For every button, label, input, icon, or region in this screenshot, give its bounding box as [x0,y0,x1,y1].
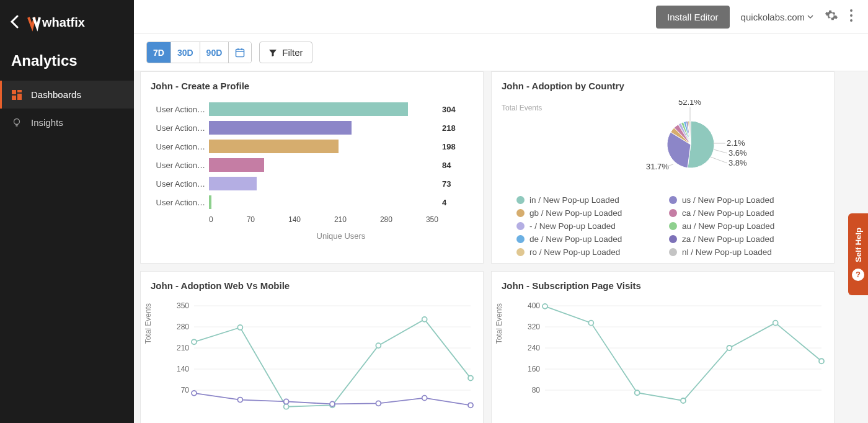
legend-label: in / New Pop-up Loaded [529,195,619,205]
y-tick: 240 [528,344,540,352]
sidebar-item-label: Dashboards [31,89,81,100]
card-title: John - Adoption by Country [502,81,824,91]
legend-swatch [669,196,677,204]
card-subscription-visits: John - Subscription Page Visits Total Ev… [491,271,835,423]
pie-subtitle: Total Events [502,100,570,112]
legend-swatch [516,235,525,243]
line-point [819,358,824,363]
topbar: Install Editor quickolabs.com [134,0,868,34]
line-point [727,345,732,350]
svg-point-6 [850,9,852,12]
range-90d[interactable]: 90D [200,42,229,63]
y-tick: 80 [532,386,541,394]
sidebar-item-dashboards[interactable]: Dashboards [0,81,134,109]
sidebar-item-label: Insights [31,117,63,128]
install-editor-button[interactable]: Install Editor [656,6,730,29]
line-chart: Total Events 80160240320400 [502,300,824,420]
pie-legend: in / New Pop-up Loadedus / New Pop-up Lo… [502,195,824,257]
pie-chart: Total Events 52.1%2.1%3.6%3.8%31.7% in /… [502,100,824,257]
bar-chart: User Action…304User Action…218User Actio… [151,100,473,241]
svg-rect-1 [12,90,16,94]
bar-fill [209,195,211,209]
y-tick: 160 [528,365,540,373]
line-point [635,390,640,395]
y-tick: 350 [177,301,189,310]
filter-label: Filter [282,47,303,58]
line-point [542,304,547,309]
more-menu-icon[interactable] [849,9,853,25]
bar-value: 4 [442,198,446,207]
bar-x-axis: 070140210280350 [209,215,438,224]
bar-value: 73 [442,179,451,189]
line-point [330,401,335,406]
bar-fill [209,121,352,135]
y-axis-label: Total Events [495,303,503,344]
legend-swatch [669,209,677,217]
bar-value: 198 [442,142,456,151]
y-tick: 70 [181,386,190,394]
y-tick: 210 [177,344,189,352]
range-30d[interactable]: 30D [171,42,200,63]
y-tick: 140 [177,365,189,373]
line-point [468,403,473,407]
legend-label: - / New Pop-up Loaded [529,221,616,231]
svg-line-15 [714,149,727,153]
sidebar-title: Analytics [0,47,134,81]
svg-point-7 [850,14,852,17]
bar-row: User Action…304 [209,100,473,118]
svg-rect-3 [17,94,22,100]
bar-fill [209,102,408,116]
legend-swatch [516,196,525,204]
legend-label: gb / New Pop-up Loaded [529,208,622,218]
legend-item: in / New Pop-up Loaded [516,195,657,205]
svg-text:whatfix: whatfix [42,16,85,29]
y-tick: 280 [177,323,189,331]
legend-swatch [516,209,525,217]
svg-rect-2 [17,90,22,92]
bar-label: User Action… [151,105,205,114]
range-custom-date[interactable] [229,42,251,63]
legend-item: - / New Pop-up Loaded [516,221,657,231]
bar-value: 218 [442,123,456,133]
card-adoption-country: John - Adoption by Country Total Events … [491,71,835,264]
bar-row: User Action…218 [209,118,473,137]
legend-swatch [516,222,525,230]
bar-row: User Action…198 [209,137,473,156]
svg-point-5 [14,118,20,124]
line-point [192,339,197,344]
sidebar-item-insights[interactable]: Insights [0,109,134,136]
legend-label: ca / New Pop-up Loaded [682,208,774,218]
pie-svg: 52.1%2.1%3.6%3.8%31.7% [616,100,777,187]
bar-row: User Action…84 [209,156,473,174]
legend-swatch [669,222,677,230]
bar-row: User Action…4 [209,193,473,212]
bar-x-label: Unique Users [209,231,473,241]
line-series [194,319,471,407]
legend-item: ro / New Pop-up Loaded [516,247,657,257]
bar-label: User Action… [151,179,205,189]
domain-selector[interactable]: quickolabs.com [741,12,813,22]
legend-label: au / New Pop-up Loaded [682,221,774,231]
svg-rect-4 [12,96,16,100]
line-point [681,398,686,403]
range-7d[interactable]: 7D [147,42,171,63]
bar-fill [209,140,339,153]
line-chart: Total Events 70140210280350 [151,300,473,420]
card-title: John - Adoption Web Vs Mobile [151,280,473,291]
back-chevron-icon[interactable] [10,15,19,31]
line-point [588,321,593,326]
y-axis-label: Total Events [144,303,153,344]
help-question-icon: ? [852,269,864,281]
settings-gear-icon[interactable] [825,9,838,25]
line-point [284,404,289,409]
main-area: Install Editor quickolabs.com 7D 30D 90D… [134,0,868,423]
sidebar: whatfix Analytics Dashboards Insights [0,0,134,423]
y-tick: 400 [528,301,540,310]
legend-label: us / New Pop-up Loaded [682,195,774,205]
filter-button[interactable]: Filter [259,42,312,63]
line-point [376,401,381,406]
bar-label: User Action… [151,142,205,151]
bar-fill [209,177,257,190]
line-series [545,306,822,401]
self-help-tab[interactable]: Self Help ? [848,213,868,295]
